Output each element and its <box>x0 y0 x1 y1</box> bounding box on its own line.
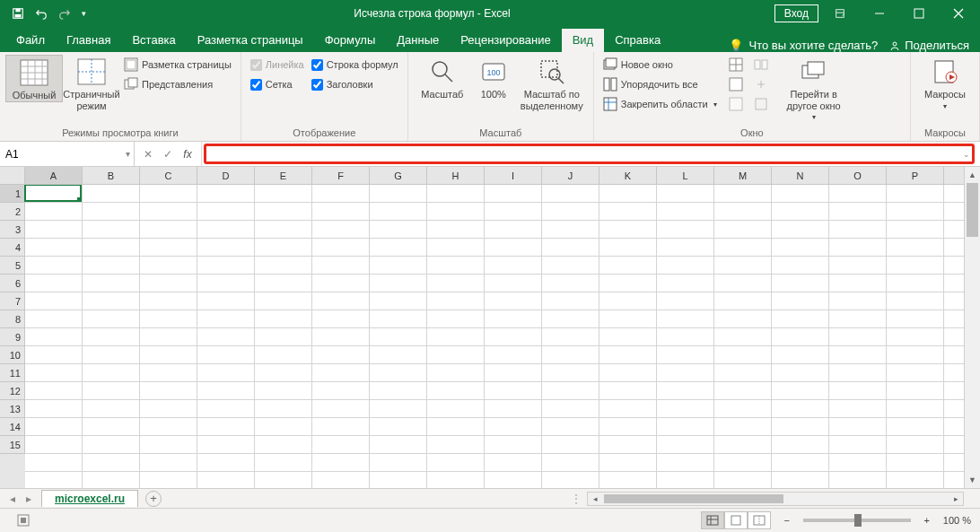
vscroll-thumb[interactable] <box>967 183 978 237</box>
row-header[interactable]: 1 <box>0 185 25 203</box>
column-header[interactable]: K <box>599 167 657 184</box>
column-header[interactable]: A <box>25 167 83 184</box>
row-header[interactable]: 13 <box>0 400 25 418</box>
page-break-shortcut[interactable] <box>748 511 771 529</box>
column-header[interactable]: O <box>829 167 887 184</box>
fx-icon[interactable]: fx <box>178 144 197 164</box>
hide-button[interactable] <box>724 74 748 94</box>
gridlines-checkbox[interactable]: Сетка <box>247 74 308 94</box>
tab-home[interactable]: Главная <box>56 29 121 52</box>
row-header[interactable]: 11 <box>0 364 25 382</box>
switch-windows-button[interactable]: Перейти в другое окно▾ <box>778 55 850 121</box>
record-macro-icon[interactable] <box>9 513 31 528</box>
column-header[interactable]: M <box>714 167 772 184</box>
column-header[interactable]: J <box>542 167 599 184</box>
ribbon-options-icon[interactable] <box>822 0 858 27</box>
column-header[interactable]: H <box>427 167 485 184</box>
vertical-scrollbar[interactable]: ▲ ▼ <box>964 167 980 488</box>
row-header[interactable]: 6 <box>0 275 25 292</box>
formula-bar-checkbox[interactable]: Строка формул <box>308 55 402 74</box>
column-header[interactable]: D <box>197 167 255 184</box>
page-break-button[interactable]: Страничный режим <box>63 55 120 111</box>
cells-grid[interactable] <box>25 185 980 488</box>
zoom-button[interactable]: Масштаб <box>414 55 471 100</box>
save-icon[interactable] <box>7 3 29 24</box>
horizontal-scrollbar[interactable]: ◂ ▸ <box>587 492 964 506</box>
selected-cell[interactable] <box>24 185 82 202</box>
column-header[interactable]: P <box>887 167 944 184</box>
share-button[interactable]: Поделиться <box>888 39 969 52</box>
column-header[interactable]: B <box>83 167 140 184</box>
minimize-icon[interactable] <box>862 0 897 27</box>
tab-review[interactable]: Рецензирование <box>450 29 561 52</box>
view-side-by-side-button[interactable] <box>749 55 773 74</box>
sync-scroll-button[interactable] <box>749 74 773 94</box>
macros-button[interactable]: Макросы▾ <box>916 55 974 110</box>
headings-checkbox[interactable]: Заголовки <box>308 74 402 94</box>
scroll-down-icon[interactable]: ▼ <box>965 472 980 488</box>
tab-insert[interactable]: Вставка <box>121 29 186 52</box>
new-window-button[interactable]: Новое окно <box>599 55 721 74</box>
custom-views-button[interactable]: Представления <box>120 74 235 94</box>
close-icon[interactable] <box>941 0 976 27</box>
zoom-selection-button[interactable]: Масштаб по выделенному <box>516 55 588 111</box>
zoom-100-button[interactable]: 100 100% <box>471 55 516 100</box>
sheet-tab[interactable]: microexcel.ru <box>41 490 138 507</box>
normal-view-shortcut[interactable] <box>701 511 724 529</box>
select-all-corner[interactable] <box>0 167 25 184</box>
cancel-icon[interactable]: ✕ <box>138 144 158 164</box>
column-header[interactable]: C <box>140 167 197 184</box>
split-button[interactable] <box>724 55 748 74</box>
scroll-right-icon[interactable]: ▸ <box>949 493 963 505</box>
row-header[interactable]: 4 <box>0 239 25 257</box>
zoom-level[interactable]: 100 % <box>943 515 971 526</box>
row-header[interactable]: 9 <box>0 328 25 346</box>
row-header[interactable]: 2 <box>0 203 25 221</box>
expand-formula-bar-icon[interactable]: ⌄ <box>963 150 970 159</box>
column-header[interactable]: F <box>312 167 370 184</box>
tab-file[interactable]: Файл <box>5 29 56 52</box>
signin-button[interactable]: Вход <box>774 4 818 22</box>
arrange-all-button[interactable]: Упорядочить все <box>599 74 721 94</box>
add-sheet-button[interactable]: + <box>145 491 162 507</box>
tab-help[interactable]: Справка <box>604 29 671 52</box>
column-header[interactable]: I <box>485 167 542 184</box>
row-header[interactable]: 10 <box>0 346 25 364</box>
row-header[interactable]: 5 <box>0 257 25 275</box>
page-layout-button[interactable]: Разметка страницы <box>120 55 235 74</box>
zoom-slider[interactable] <box>803 519 911 522</box>
row-header[interactable]: 15 <box>0 436 25 454</box>
page-layout-shortcut[interactable] <box>724 511 748 529</box>
freeze-panes-button[interactable]: Закрепить области▾ <box>599 94 721 114</box>
tell-me-search[interactable]: 💡 Что вы хотите сделать? <box>729 39 878 52</box>
row-header[interactable]: 14 <box>0 418 25 436</box>
enter-icon[interactable]: ✓ <box>158 144 178 164</box>
row-header[interactable]: 12 <box>0 382 25 400</box>
row-header[interactable]: 7 <box>0 292 25 310</box>
scroll-up-icon[interactable]: ▲ <box>965 167 980 183</box>
row-header[interactable]: 8 <box>0 310 25 328</box>
qat-dropdown-icon[interactable]: ▾ <box>77 3 90 24</box>
tab-view[interactable]: Вид <box>562 29 605 52</box>
hscroll-thumb[interactable] <box>604 494 783 503</box>
tab-formulas[interactable]: Формулы <box>314 29 387 52</box>
unhide-button[interactable] <box>724 94 748 114</box>
reset-position-button[interactable] <box>749 94 773 114</box>
sheet-nav-prev-icon[interactable]: ◂ <box>5 492 20 506</box>
undo-icon[interactable] <box>31 3 52 24</box>
row-header[interactable]: 3 <box>0 221 25 239</box>
maximize-icon[interactable] <box>901 0 937 27</box>
tab-data[interactable]: Данные <box>386 29 450 52</box>
scroll-left-icon[interactable]: ◂ <box>588 493 602 505</box>
zoom-out-button[interactable]: − <box>780 515 794 526</box>
column-header[interactable]: N <box>772 167 829 184</box>
zoom-knob[interactable] <box>854 514 862 527</box>
column-header[interactable]: E <box>255 167 312 184</box>
formula-input[interactable] <box>206 148 972 163</box>
zoom-in-button[interactable]: + <box>920 515 934 526</box>
normal-view-button[interactable]: Обычный <box>5 55 63 102</box>
column-header[interactable]: L <box>657 167 714 184</box>
column-header[interactable]: G <box>370 167 427 184</box>
name-box-dropdown-icon[interactable]: ▾ <box>126 149 130 159</box>
name-box[interactable]: A1 ▾ <box>0 142 135 166</box>
